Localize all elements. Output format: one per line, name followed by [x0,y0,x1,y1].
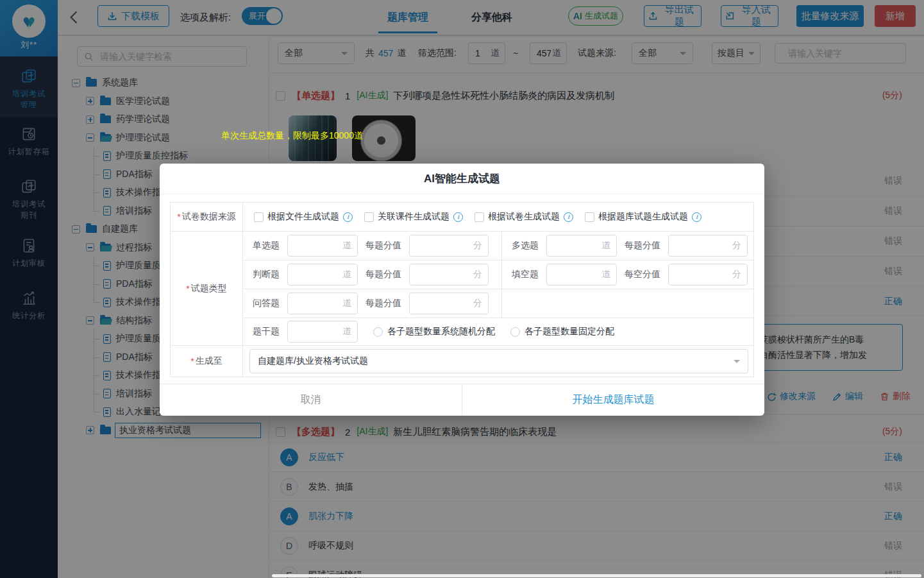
source-field-label: *试卷数据来源 [171,203,243,232]
multi-count-field: 道 [546,235,617,257]
unit-label: 分 [730,240,741,251]
per-score-label: 每题分值 [365,298,401,309]
ai-generate-modal: AI智能生成试题 *试卷数据来源 根据文件生成试题 关联课件生成试题 根据试卷生… [160,164,764,416]
qa-count-field: 道 [287,293,358,314]
radio-button[interactable] [373,327,383,337]
multi-count-input[interactable] [553,240,599,251]
qa-row: 问答题 道 每题分值 分 [243,289,501,318]
fill-blank-label: 填空题 [512,269,539,280]
unit-label: 道 [340,269,351,280]
checkbox-label: 关联课件生成试题 [378,211,449,223]
checkbox[interactable] [585,212,594,222]
qa-label: 问答题 [253,298,280,309]
unit-label: 分 [471,298,482,309]
target-bank-select[interactable]: 自建题库/执业资格考试试题 [249,349,748,373]
required-asterisk: * [190,356,194,366]
source-field-label-text: 试卷数据来源 [182,211,236,223]
unit-label: 道 [599,240,610,251]
multi-score-input[interactable] [675,240,730,251]
info-icon[interactable] [343,212,353,222]
modal-form: *试卷数据来源 根据文件生成试题 关联课件生成试题 根据试卷生成试题 根据题库试… [170,202,754,377]
info-icon[interactable] [453,212,463,222]
per-score-label: 每题分值 [365,269,401,280]
single-choice-label: 单选题 [253,240,280,251]
radio-label: 各子题型数量系统随机分配 [387,326,495,337]
generation-limit-tooltip: 单次生成总数量，限制最多10000道 [221,130,363,142]
checkbox-label: 根据文件生成试题 [267,211,339,223]
type-field-label-text: 试题类型 [191,283,227,294]
radio-fixed-distribution[interactable]: 各子题型数量固定分配 [510,326,614,337]
target-field-label-text: 生成至 [196,355,223,367]
per-score-label: 每题分值 [365,240,401,251]
checkbox[interactable] [475,212,484,222]
stem-row: 题干题 道 各子题型数量系统随机分配 各子题型数量固定分配 [243,318,753,346]
unit-label: 分 [471,240,482,251]
stem-label: 题干题 [253,326,280,337]
per-blank-score-label: 每空分值 [625,269,660,280]
unit-label: 道 [340,298,351,309]
required-asterisk: * [186,284,189,294]
radio-random-distribution[interactable]: 各子题型数量系统随机分配 [373,326,495,337]
judge-score-field: 分 [409,264,489,285]
checkbox-label: 根据试卷生成试题 [488,211,560,223]
blank-score-field: 分 [668,264,748,285]
horizontal-scrollbar[interactable] [272,574,921,577]
start-generate-button[interactable]: 开始生成题库试题 [462,384,764,415]
qa-score-input[interactable] [416,298,471,309]
radio-button[interactable] [510,327,520,337]
per-score-label: 每题分值 [625,240,660,251]
qa-score-field: 分 [409,293,489,314]
cancel-button[interactable]: 取消 [160,384,462,415]
empty-cell [501,289,753,318]
cancel-label: 取消 [301,393,321,407]
checkbox[interactable] [364,212,374,222]
unit-label: 道 [340,326,351,337]
target-field-label: *生成至 [171,346,243,377]
multi-score-field: 分 [668,235,748,257]
multi-choice-label: 多选题 [512,240,539,251]
target-row: 自建题库/执业资格考试试题 [243,346,753,377]
blank-count-field: 道 [546,264,617,285]
single-count-input[interactable] [294,240,340,251]
target-bank-value: 自建题库/执业资格考试试题 [258,355,368,367]
judge-label: 判断题 [253,269,280,280]
radio-label: 各子题型数量固定分配 [525,326,614,337]
source-options-row: 根据文件生成试题 关联课件生成试题 根据试卷生成试题 根据题库试题生成试题 [243,203,753,232]
source-option-paper[interactable]: 根据试卷生成试题 [475,211,573,223]
type-field-label: *试题类型 [171,232,243,346]
single-score-field: 分 [409,235,489,257]
judge-count-field: 道 [287,264,358,285]
info-icon[interactable] [692,212,701,222]
checkbox[interactable] [254,212,264,222]
source-option-courseware[interactable]: 关联课件生成试题 [364,211,463,223]
source-option-bank[interactable]: 根据题库试题生成试题 [585,211,701,223]
qa-count-input[interactable] [294,298,340,309]
single-count-field: 道 [287,235,358,257]
checkbox-label: 根据题库试题生成试题 [598,211,688,223]
chevron-down-icon [734,360,740,366]
modal-title: AI智能生成试题 [160,164,764,194]
stem-count-input[interactable] [294,326,340,337]
single-score-input[interactable] [416,240,471,251]
blank-count-input[interactable] [553,269,599,280]
judge-row: 判断题 道 每题分值 分 [243,260,501,289]
required-asterisk: * [177,212,180,222]
single-choice-row: 单选题 道 每题分值 分 [243,232,501,260]
info-icon[interactable] [564,212,573,222]
source-option-file[interactable]: 根据文件生成试题 [254,211,353,223]
unit-label: 分 [730,269,741,280]
unit-label: 道 [340,240,351,251]
fill-blank-row: 填空题 道 每空分值 分 [501,260,753,289]
blank-score-input[interactable] [675,269,730,280]
app-root: 刘** 培训考试 管理 计划暂存箱 培训考试 期刊 计划审核 统计分析 [0,0,924,578]
judge-score-input[interactable] [416,269,471,280]
stem-count-field: 道 [287,321,358,343]
unit-label: 分 [471,269,482,280]
unit-label: 道 [599,269,610,280]
judge-count-input[interactable] [294,269,340,280]
modal-footer: 取消 开始生成题库试题 [160,384,764,415]
multi-choice-row: 多选题 道 每题分值 分 [501,232,753,260]
start-generate-label: 开始生成题库试题 [573,393,655,407]
